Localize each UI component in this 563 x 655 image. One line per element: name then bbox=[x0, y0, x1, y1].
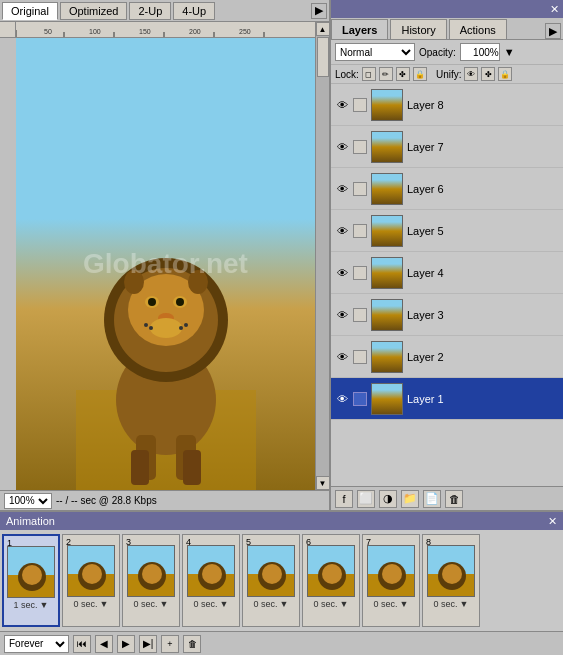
tab-actions[interactable]: Actions bbox=[449, 19, 507, 39]
frame-5-thumb bbox=[247, 545, 295, 597]
layer-6-visibility[interactable]: 👁 bbox=[335, 182, 349, 196]
blend-row: Normal Multiply Screen Opacity: ▼ bbox=[331, 40, 563, 65]
unify-vis-icon[interactable]: 👁 bbox=[464, 67, 478, 81]
loop-select[interactable]: Forever Once 3 Times bbox=[4, 635, 69, 653]
anim-frame-4[interactable]: 4 0 sec. ▼ bbox=[182, 534, 240, 627]
layer-item-5[interactable]: 👁 Layer 5 bbox=[331, 210, 563, 252]
layers-list[interactable]: 👁 Layer 8 👁 Layer 7 bbox=[331, 84, 563, 486]
tab-optimized[interactable]: Optimized bbox=[60, 2, 128, 20]
tab-original[interactable]: Original bbox=[2, 2, 58, 20]
frame-6-delay: 0 sec. ▼ bbox=[314, 599, 349, 609]
anim-frame-6[interactable]: 6 0 sec. ▼ bbox=[302, 534, 360, 627]
anim-frame-2[interactable]: 2 0 sec. ▼ bbox=[62, 534, 120, 627]
svg-point-39 bbox=[148, 298, 156, 306]
layer-item-8[interactable]: 👁 Layer 8 bbox=[331, 84, 563, 126]
frame-2-delay-arrow[interactable]: ▼ bbox=[100, 599, 109, 609]
tab-arrow[interactable]: ▶ bbox=[311, 3, 327, 19]
layer-7-link[interactable] bbox=[353, 140, 367, 154]
frame-3-delay-arrow[interactable]: ▼ bbox=[160, 599, 169, 609]
frame-8-delay-arrow[interactable]: ▼ bbox=[460, 599, 469, 609]
frame-1-delay: 1 sec. ▼ bbox=[14, 600, 49, 610]
layer-4-link[interactable] bbox=[353, 266, 367, 280]
layer-4-visibility[interactable]: 👁 bbox=[335, 266, 349, 280]
frame-1-delay-arrow[interactable]: ▼ bbox=[40, 600, 49, 610]
anim-frame-7[interactable]: 7 0 sec. ▼ bbox=[362, 534, 420, 627]
panel-close-icon[interactable]: ✕ bbox=[550, 3, 559, 16]
layer-adjust-icon[interactable]: ◑ bbox=[379, 490, 397, 508]
tab-2up[interactable]: 2-Up bbox=[129, 2, 171, 20]
layer-7-visibility[interactable]: 👁 bbox=[335, 140, 349, 154]
layer-6-link[interactable] bbox=[353, 182, 367, 196]
layer-item-2[interactable]: 👁 Layer 2 bbox=[331, 336, 563, 378]
zoom-select[interactable]: 100% 50% 200% bbox=[4, 493, 52, 509]
svg-point-76 bbox=[382, 564, 402, 584]
layer-3-thumb bbox=[371, 299, 403, 331]
opacity-input[interactable] bbox=[460, 43, 500, 61]
layer-style-icon[interactable]: f bbox=[335, 490, 353, 508]
layer-1-visibility[interactable]: 👁 bbox=[335, 392, 349, 406]
layer-5-link[interactable] bbox=[353, 224, 367, 238]
anim-frames[interactable]: 1 1 sec. ▼ 2 bbox=[0, 530, 563, 631]
blend-mode-select[interactable]: Normal Multiply Screen bbox=[335, 43, 415, 61]
lock-all-icon[interactable]: 🔒 bbox=[413, 67, 427, 81]
lock-transparency-icon[interactable]: ◻ bbox=[362, 67, 376, 81]
image-display: Globator.net bbox=[16, 38, 315, 490]
frame-4-delay-arrow[interactable]: ▼ bbox=[220, 599, 229, 609]
scroll-down-arrow[interactable]: ▼ bbox=[316, 476, 330, 490]
frame-5-delay-arrow[interactable]: ▼ bbox=[280, 599, 289, 609]
anim-frame-3[interactable]: 3 0 sec. ▼ bbox=[122, 534, 180, 627]
svg-text:150: 150 bbox=[139, 28, 151, 35]
rewind-btn[interactable]: ⏮ bbox=[73, 635, 91, 653]
lock-paint-icon[interactable]: ✏ bbox=[379, 67, 393, 81]
layer-item-6[interactable]: 👁 Layer 6 bbox=[331, 168, 563, 210]
eye-icon-3: 👁 bbox=[337, 309, 348, 321]
svg-point-72 bbox=[322, 564, 342, 584]
anim-close-icon[interactable]: ✕ bbox=[548, 515, 557, 528]
scroll-up-arrow[interactable]: ▲ bbox=[316, 22, 330, 36]
tab-layers[interactable]: Layers bbox=[331, 19, 388, 39]
svg-text:100: 100 bbox=[89, 28, 101, 35]
layer-mask-icon[interactable]: ⬜ bbox=[357, 490, 375, 508]
ruler-top: 50 100 150 200 250 bbox=[16, 22, 315, 38]
frame-7-delay-arrow[interactable]: ▼ bbox=[400, 599, 409, 609]
eye-icon-1: 👁 bbox=[337, 393, 348, 405]
frame-6-delay-arrow[interactable]: ▼ bbox=[340, 599, 349, 609]
anim-frame-1[interactable]: 1 1 sec. ▼ bbox=[2, 534, 60, 627]
lock-move-icon[interactable]: ✤ bbox=[396, 67, 410, 81]
unify-lock-icon[interactable]: 🔒 bbox=[498, 67, 512, 81]
layer-5-name: Layer 5 bbox=[407, 225, 559, 237]
layer-3-link[interactable] bbox=[353, 308, 367, 322]
unify-pos-icon[interactable]: ✤ bbox=[481, 67, 495, 81]
layer-8-thumb bbox=[371, 89, 403, 121]
layer-item-7[interactable]: 👁 Layer 7 bbox=[331, 126, 563, 168]
opacity-arrow[interactable]: ▼ bbox=[504, 46, 515, 58]
next-frame-btn[interactable]: ▶| bbox=[139, 635, 157, 653]
scroll-thumb[interactable] bbox=[317, 37, 329, 77]
delete-layer-icon[interactable]: 🗑 bbox=[445, 490, 463, 508]
anim-frame-8[interactable]: 8 0 sec. ▼ bbox=[422, 534, 480, 627]
layer-1-link[interactable] bbox=[353, 392, 367, 406]
layer-8-link[interactable] bbox=[353, 98, 367, 112]
layer-item-4[interactable]: 👁 Layer 4 bbox=[331, 252, 563, 294]
layer-item-1[interactable]: 👁 Layer 1 bbox=[331, 378, 563, 420]
tab-history[interactable]: History bbox=[390, 19, 446, 39]
layer-group-icon[interactable]: 📁 bbox=[401, 490, 419, 508]
trash-frame-btn[interactable]: 🗑 bbox=[183, 635, 201, 653]
layer-item-3[interactable]: 👁 Layer 3 bbox=[331, 294, 563, 336]
play-btn[interactable]: ▶ bbox=[117, 635, 135, 653]
add-frame-btn[interactable]: + bbox=[161, 635, 179, 653]
layer-2-link[interactable] bbox=[353, 350, 367, 364]
panel-tab-arrow[interactable]: ▶ bbox=[545, 23, 561, 39]
new-layer-icon[interactable]: 📄 bbox=[423, 490, 441, 508]
canvas-scrollbar[interactable]: ▲ ▼ bbox=[315, 22, 329, 490]
layer-5-visibility[interactable]: 👁 bbox=[335, 224, 349, 238]
prev-frame-btn[interactable]: ◀ bbox=[95, 635, 113, 653]
layer-2-visibility[interactable]: 👁 bbox=[335, 350, 349, 364]
anim-frame-5[interactable]: 5 0 sec. ▼ bbox=[242, 534, 300, 627]
layer-3-visibility[interactable]: 👁 bbox=[335, 308, 349, 322]
tab-4up[interactable]: 4-Up bbox=[173, 2, 215, 20]
svg-point-47 bbox=[124, 270, 144, 294]
eye-icon-4: 👁 bbox=[337, 267, 348, 279]
layer-8-visibility[interactable]: 👁 bbox=[335, 98, 349, 112]
scroll-track[interactable] bbox=[316, 36, 329, 476]
